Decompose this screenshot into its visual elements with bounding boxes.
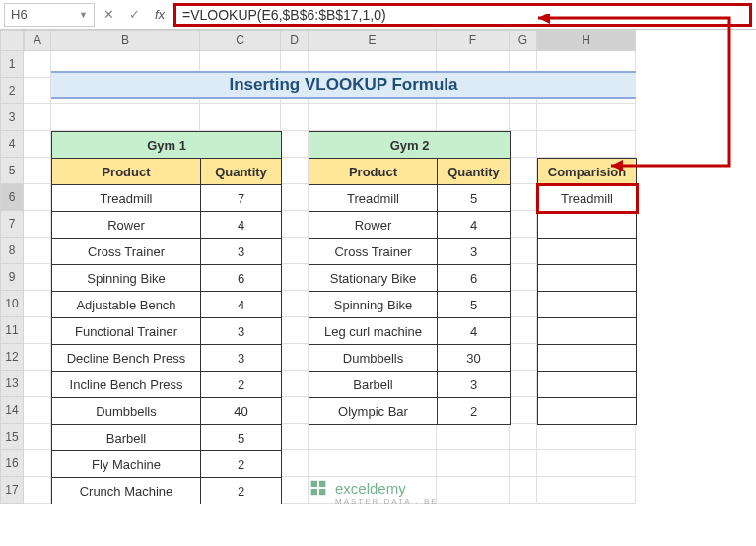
cell[interactable] [24,238,51,264]
cell[interactable] [510,264,537,291]
cell[interactable] [510,104,537,131]
cell[interactable] [281,477,309,504]
cell[interactable] [24,264,51,291]
cell[interactable] [24,211,51,238]
cell[interactable] [24,397,51,424]
table-row[interactable]: Treadmill7 [52,185,282,212]
confirm-formula-icon[interactable]: ✓ [122,3,146,27]
select-all-corner[interactable] [0,30,24,51]
cell[interactable] [510,477,537,504]
row-header-5[interactable]: 5 [0,158,24,184]
table-row[interactable] [538,372,637,398]
cell[interactable] [510,424,537,450]
cell[interactable] [510,317,537,344]
cell[interactable] [537,424,636,450]
cell[interactable] [281,291,309,317]
table-row[interactable]: Olympic Bar2 [309,398,511,425]
cell[interactable] [24,291,51,317]
table-row[interactable]: Cross Trainer3 [309,239,511,265]
cell[interactable] [281,397,309,424]
formula-input[interactable]: =VLOOKUP(E6,$B$6:$B$17,1,0) [173,3,752,27]
table-row[interactable] [538,292,637,318]
table-row[interactable] [538,212,637,239]
cell[interactable] [510,238,537,264]
table-row[interactable]: Rower4 [52,212,282,239]
table-row[interactable]: Cross Trainer3 [52,239,282,265]
table-row[interactable]: Incline Bench Press2 [52,372,282,398]
cell[interactable] [309,424,437,450]
table-row[interactable]: Fly Machine2 [52,451,282,478]
cell[interactable] [24,158,51,184]
cell[interactable] [437,450,510,477]
row-header-10[interactable]: 10 [0,291,24,317]
row-header-15[interactable]: 15 [0,424,24,450]
cell[interactable] [510,211,537,238]
row-header-13[interactable]: 13 [0,371,24,397]
cell[interactable] [51,104,200,131]
cell[interactable] [200,104,281,131]
row-header-17[interactable]: 17 [0,477,24,504]
cell[interactable] [24,317,51,344]
cell[interactable] [309,450,437,477]
row-header-16[interactable]: 16 [0,450,24,477]
col-header-A[interactable]: A [24,30,51,51]
table-row[interactable]: Leg curl machine4 [309,318,511,345]
cell[interactable] [510,397,537,424]
cell[interactable] [24,344,51,371]
cell[interactable] [24,371,51,397]
table-row[interactable]: Dumbbells30 [309,345,511,372]
cell[interactable] [537,104,636,131]
fx-icon[interactable]: fx [148,3,172,27]
row-header-4[interactable]: 4 [0,131,24,158]
cell[interactable] [537,450,636,477]
table-row[interactable]: Adjustable Bench4 [52,292,282,318]
comparison-cell[interactable] [538,318,637,345]
table-row[interactable]: Treadmill5 [309,185,511,212]
cell[interactable] [510,131,537,158]
col-header-E[interactable]: E [309,30,437,51]
table-row[interactable]: Functional Trainer3 [52,318,282,345]
row-header-11[interactable]: 11 [0,317,24,344]
table-row[interactable]: Barbell5 [52,425,282,451]
cell[interactable] [537,131,636,158]
table-row[interactable]: Barbell3 [309,372,511,398]
col-header-G[interactable]: G [510,30,537,51]
cell[interactable] [510,291,537,317]
cell[interactable] [309,104,437,131]
cell[interactable] [510,344,537,371]
table-row[interactable]: Rower4 [309,212,511,239]
table-row[interactable] [538,318,637,345]
cell[interactable] [281,424,309,450]
table-row[interactable] [538,239,637,265]
row-header-2[interactable]: 2 [0,78,24,104]
cell[interactable] [24,450,51,477]
cell[interactable] [281,264,309,291]
table-row[interactable]: Treadmill [538,185,637,212]
row-header-9[interactable]: 9 [0,264,24,291]
cell[interactable] [24,131,51,158]
grid-body[interactable]: Inserting VLOOKUP Formula Gym 1 Product … [24,51,756,504]
row-header-1[interactable]: 1 [0,51,24,78]
table-row[interactable] [538,398,637,425]
row-header-6[interactable]: 6 [0,184,24,211]
table-row[interactable]: Spinning Bike6 [52,265,282,292]
cell[interactable] [437,477,510,504]
cell[interactable] [510,184,537,211]
col-header-F[interactable]: F [437,30,510,51]
table-row[interactable]: Spinning Bike5 [309,292,511,318]
cell[interactable] [510,371,537,397]
cell[interactable] [281,371,309,397]
col-header-C[interactable]: C [200,30,281,51]
comparison-cell[interactable] [538,265,637,292]
cell[interactable] [437,104,510,131]
cell[interactable] [510,158,537,184]
cell[interactable] [24,477,51,504]
table-row[interactable]: Crunch Machine2 [52,478,282,505]
cell[interactable] [281,238,309,264]
cell[interactable] [281,184,309,211]
col-header-D[interactable]: D [281,30,309,51]
cell[interactable] [281,104,309,131]
cell[interactable] [24,424,51,450]
cell[interactable] [24,184,51,211]
cell[interactable] [281,158,309,184]
